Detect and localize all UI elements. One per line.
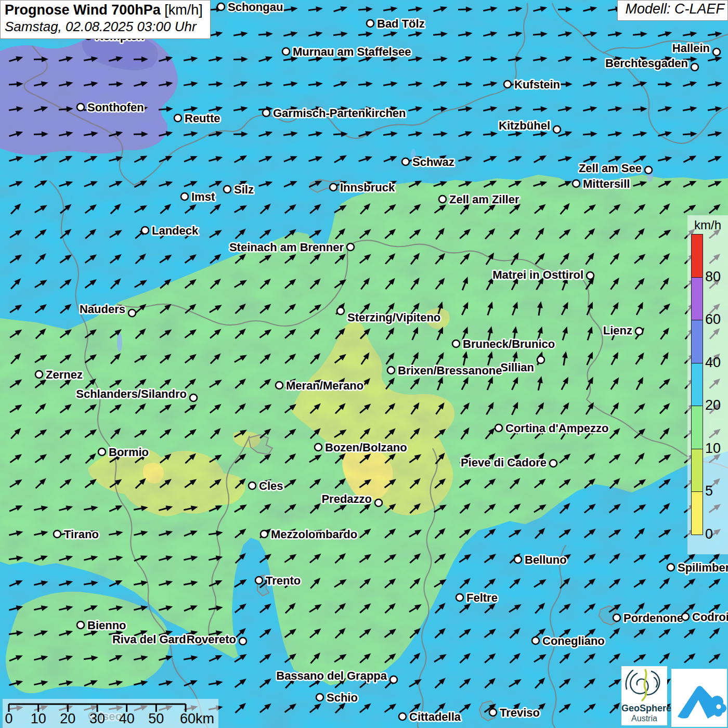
geosphere-name: GeoSphere — [621, 704, 667, 714]
mountain-cloud-icon — [671, 669, 727, 727]
city-label: Mezzolombardo — [271, 528, 357, 541]
city-label: Silz — [234, 183, 254, 196]
city-label: Spilimbergo — [678, 561, 728, 574]
city-label: Zell am Ziller — [449, 193, 519, 206]
city-mezzolombardo: Mezzolombardo — [261, 528, 357, 541]
city-label: Imst — [191, 190, 215, 203]
city-label: Trento — [266, 574, 301, 587]
legend-tick-10: 10 — [705, 440, 721, 457]
forecast-datetime: Samstag, 02.08.2025 03:00 Uhr — [5, 19, 203, 35]
city-label: Sonthofen — [87, 101, 144, 114]
city-meran-merano: Meran/Merano — [276, 379, 363, 392]
city-label: Bozen/Bolzano — [325, 441, 407, 454]
city-label: Bienno — [87, 619, 126, 632]
city-label: Bormio — [109, 446, 149, 459]
page-title: Prognose Wind 700hPa [km/h] — [5, 2, 203, 18]
city-label: Landeck — [152, 224, 199, 237]
city-label: Tirano — [64, 528, 99, 541]
city-label: Kufstein — [514, 78, 560, 91]
city-label: Cles — [259, 479, 283, 492]
city-label: Codroipo — [692, 610, 728, 623]
scale-label: 40 — [119, 711, 135, 726]
city-zell-am-ziller: Zell am Ziller — [439, 193, 519, 206]
legend-color-60 — [691, 277, 703, 321]
city-conegliano: Conegliano — [532, 634, 605, 647]
city-murnau-am-staffelsee: Murnau am Staffelsee — [282, 45, 411, 58]
legend-color-80 — [691, 234, 703, 278]
city-label: Schwaz — [412, 155, 454, 168]
city-label: Reutte — [185, 112, 220, 125]
city-label: Lienz — [603, 324, 632, 337]
city-bassano-del-grappa: Bassano del Grappa — [276, 669, 397, 683]
city-label: Mittersill — [583, 177, 630, 190]
scale-label: 10 — [31, 711, 46, 726]
geosphere-country: Austria — [621, 714, 667, 723]
city-label: Pordenone — [623, 612, 683, 625]
city-label: Pieve di Cadore — [461, 456, 547, 469]
city-label: Zell am See — [579, 162, 642, 175]
city-label: Conegliano — [542, 634, 605, 647]
city-label: Feltre — [466, 591, 498, 604]
city-label: Schio — [327, 691, 358, 704]
legend-color-10 — [691, 406, 703, 449]
city-bozen-bolzano: Bozen/Bolzano — [315, 441, 407, 454]
city-label: Schongau — [228, 1, 283, 14]
scale-label: 60km — [180, 711, 214, 726]
geosphere-contour-icon — [621, 666, 667, 703]
city-label: Cortina d'Ampezzo — [505, 422, 608, 435]
city-label: Garmisch-Partenkirchen — [273, 107, 406, 120]
city-cortina-d-ampezzo: Cortina d'Ampezzo — [495, 422, 608, 435]
scale-bar-svg: 0102030405060km — [3, 699, 218, 728]
scale-label: 30 — [89, 711, 105, 726]
city-brixen-bressanone: Brixen/Bressanone — [387, 364, 502, 377]
title-panel: Prognose Wind 700hPa [km/h] Samstag, 02.… — [0, 0, 211, 39]
city-label: Matrei in Osttirol — [492, 268, 583, 281]
scale-label: 0 — [5, 711, 12, 726]
legend-bar — [691, 234, 703, 535]
legend-color-0 — [691, 491, 703, 535]
title-parameter: Prognose Wind 700hPa — [5, 2, 161, 18]
city-label: Brixen/Bressanone — [398, 364, 502, 377]
city-label: Murnau am Staffelsee — [293, 45, 411, 58]
city-label: Treviso — [500, 706, 540, 719]
city-garmisch-partenkirchen: Garmisch-Partenkirchen — [263, 107, 406, 120]
legend-tick-5: 5 — [705, 483, 713, 499]
legend-tick-0: 0 — [705, 526, 713, 542]
city-label: Meran/Merano — [286, 379, 363, 392]
legend: km/h 806040201050 — [687, 215, 728, 554]
legend-tick-60: 60 — [705, 311, 721, 328]
geosphere-logo: GeoSphere Austria — [621, 666, 667, 725]
city-label: Bad Tölz — [377, 17, 425, 30]
city-label: Riva del Garda — [112, 633, 193, 646]
city-pordenone: Pordenone — [613, 612, 683, 625]
scale-bar: 0102030405060km — [3, 699, 218, 728]
city-label: Innsbruck — [340, 181, 395, 194]
title-unit: [km/h] — [164, 2, 203, 18]
scale-label: 50 — [148, 711, 164, 726]
city-zell-am-see: Zell am See — [579, 162, 652, 175]
city-sonthofen: Sonthofen — [77, 101, 144, 114]
city-label: Sterzing/Vipiteno — [347, 311, 440, 324]
city-label: Sillian — [500, 361, 534, 374]
city-label: Cittadella — [409, 710, 461, 723]
city-label: Steinach am Brenner — [229, 241, 344, 254]
city-label: Kitzbühel — [499, 119, 550, 132]
legend-tick-20: 20 — [705, 397, 721, 413]
city-label: Bruneck/Brunico — [463, 337, 555, 350]
city-label: Hallein — [672, 42, 710, 55]
legend-tick-80: 80 — [705, 269, 721, 285]
city-label: Bassano del Grappa — [276, 669, 387, 682]
city-label: Rovereto — [187, 633, 236, 646]
city-pieve-di-cadore: Pieve di Cadore — [461, 456, 557, 469]
city-berchtesgaden: Berchtesgaden — [605, 57, 698, 71]
wind-map: SchongauBad TölzKemptenMurnau am Staffel… — [0, 0, 728, 728]
legend-unit: km/h — [687, 218, 728, 232]
partner-logo — [671, 669, 727, 727]
city-matrei-in-osttirol: Matrei in Osttirol — [492, 268, 594, 281]
legend-tick-40: 40 — [705, 355, 721, 371]
city-label: Zernez — [46, 368, 83, 381]
city-bruneck-brunico: Bruneck/Brunico — [452, 337, 555, 350]
city-label: Schlanders/Silandro — [76, 387, 187, 400]
city-label: Nauders — [80, 303, 125, 316]
weather-map-page: SchongauBad TölzKemptenMurnau am Staffel… — [0, 0, 728, 728]
